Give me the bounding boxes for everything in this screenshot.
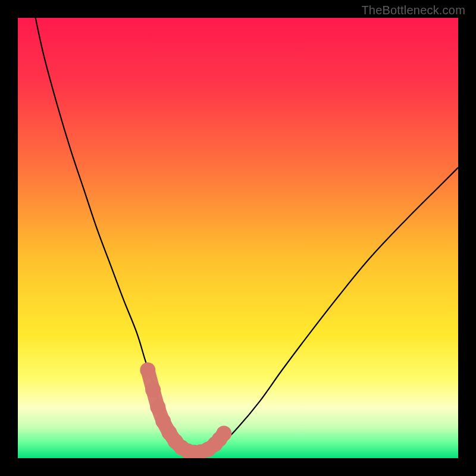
watermark-text: TheBottleneck.com	[361, 4, 465, 17]
chart-svg	[18, 18, 458, 458]
highlight-markers	[140, 362, 231, 458]
svg-point-3	[150, 399, 165, 415]
bottleneck-curve	[36, 18, 458, 452]
svg-point-1	[140, 362, 155, 378]
chart-frame	[18, 18, 458, 458]
svg-point-2	[145, 382, 161, 397]
svg-point-14	[216, 426, 231, 441]
